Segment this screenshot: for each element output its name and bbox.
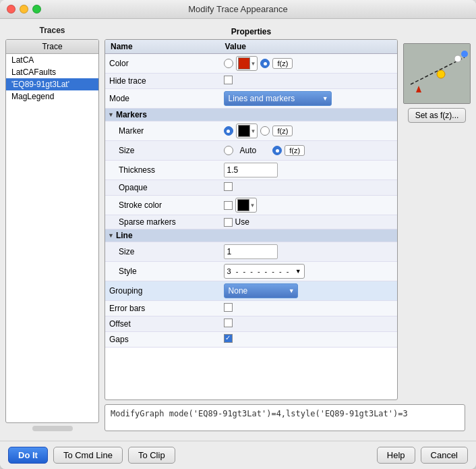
mode-select[interactable]: Lines and markers ▼	[224, 91, 332, 106]
grouping-arrow: ▼	[289, 287, 295, 294]
left-panel: Traces Trace LatCA LatCAFaults 'EQ89-91g…	[0, 19, 105, 441]
opaque-value-cell	[220, 180, 397, 196]
opaque-checkbox[interactable]	[224, 182, 233, 191]
markers-section-label: ▼ Markers	[105, 109, 397, 121]
sparse-markers-checkbox[interactable]	[224, 218, 233, 227]
marker-row: Marker ▼	[105, 121, 397, 141]
sparse-markers-label: Sparse markers	[105, 215, 220, 229]
stroke-color-swatch	[237, 199, 249, 211]
marker-fz-button[interactable]: f(z)	[272, 126, 293, 136]
markers-triangle-icon[interactable]: ▼	[108, 111, 114, 118]
cancel-button[interactable]: Cancel	[421, 447, 468, 464]
line-section-header: ▼ Line	[105, 229, 397, 242]
stroke-color-value-cell: ▼	[220, 196, 397, 215]
thickness-label: Thickness	[105, 161, 220, 180]
size-radio-auto[interactable]	[224, 146, 233, 155]
error-bars-value-cell	[220, 301, 397, 316]
gaps-row: Gaps	[105, 332, 397, 348]
style-row: Style 3 - - - - - - - - ▼	[105, 262, 397, 281]
preview-box	[403, 43, 471, 104]
stroke-color-picker[interactable]: ▼	[235, 198, 258, 213]
size-label: Size	[105, 141, 220, 161]
style-select[interactable]: 3 - - - - - - - - ▼	[224, 264, 305, 279]
marker-radio-on[interactable]	[224, 126, 233, 136]
preview-column: Set as f(z)...	[403, 24, 471, 400]
style-label: Style	[105, 262, 220, 281]
style-arrow: ▼	[295, 268, 301, 275]
line-size-input[interactable]	[224, 244, 278, 259]
line-triangle-icon[interactable]: ▼	[108, 232, 114, 239]
zoom-button[interactable]	[32, 5, 41, 13]
offset-value-cell	[220, 316, 397, 332]
bottom-bar: Do It To Cmd Line To Clip Help Cancel	[0, 441, 476, 469]
set-fz-button[interactable]: Set as f(z)...	[408, 108, 467, 123]
opaque-row: Opaque	[105, 180, 397, 196]
marker-dropdown-arrow: ▼	[251, 128, 256, 134]
hide-trace-checkbox[interactable]	[224, 76, 233, 84]
minimize-button[interactable]	[20, 5, 28, 13]
error-bars-checkbox[interactable]	[224, 303, 233, 312]
color-fz-button[interactable]: f(z)	[272, 58, 293, 69]
command-text-area[interactable]: ModifyGraph mode('EQ89-91gt3Lat')=4,lsty…	[105, 404, 465, 431]
color-picker-btn[interactable]: ▼	[236, 56, 258, 71]
properties-container: Properties Name Value	[105, 24, 398, 400]
trace-item-maglegend[interactable]: MagLegend	[6, 90, 98, 103]
size-auto-text: Auto	[240, 146, 257, 155]
marker-value-cell: ▼ f(z)	[220, 121, 397, 141]
size-fz-button[interactable]: f(z)	[285, 145, 305, 156]
line-size-value-cell	[220, 242, 397, 262]
color-dropdown-arrow: ▼	[251, 61, 256, 67]
trace-item-latca[interactable]: LatCA	[6, 54, 98, 66]
main-window: Modify Trace Appearance Traces Trace Lat…	[0, 0, 476, 469]
stroke-color-arrow: ▼	[250, 202, 256, 209]
size-row: Size Auto f(z)	[105, 141, 397, 161]
thickness-value-cell	[220, 161, 397, 180]
hide-trace-row: Hide trace	[105, 74, 397, 89]
marker-radio-off[interactable]	[260, 126, 270, 136]
grouping-label: Grouping	[105, 281, 220, 301]
trace-list-header: Trace	[6, 40, 98, 54]
scroll-indicator	[32, 426, 73, 431]
mode-select-value: Lines and markers	[229, 94, 295, 103]
stroke-color-row: Stroke color ▼	[105, 196, 397, 215]
col-value-header: Value	[220, 40, 397, 54]
size-auto-label: Auto	[236, 143, 270, 158]
size-radio-fz[interactable]	[272, 146, 282, 155]
color-row: Color ▼	[105, 54, 397, 74]
gaps-checkbox[interactable]	[224, 334, 233, 343]
stroke-color-label: Stroke color	[105, 196, 220, 215]
thickness-input[interactable]	[224, 163, 278, 177]
color-label: Color	[105, 54, 220, 74]
markers-section-header: ▼ Markers	[105, 109, 397, 121]
line-size-row: Size	[105, 242, 397, 262]
opaque-label: Opaque	[105, 180, 220, 196]
grouping-select[interactable]: None ▼	[224, 283, 298, 298]
traffic-lights	[7, 5, 41, 13]
trace-item-latcafaults[interactable]: LatCAFaults	[6, 66, 98, 78]
close-button[interactable]	[7, 5, 16, 13]
traces-title: Traces	[5, 26, 99, 35]
to-cmd-line-button[interactable]: To Cmd Line	[53, 447, 123, 464]
markers-label: Markers	[116, 110, 147, 119]
trace-item-eq89[interactable]: 'EQ89-91gt3Lat'	[6, 78, 98, 90]
thickness-row: Thickness	[105, 161, 397, 180]
hide-trace-value	[220, 74, 397, 89]
properties-title: Properties	[105, 24, 398, 39]
prop-table: Name Value Color	[105, 40, 397, 348]
main-content: Traces Trace LatCA LatCAFaults 'EQ89-91g…	[0, 19, 476, 441]
gaps-value-cell	[220, 332, 397, 348]
grouping-row: Grouping None ▼	[105, 281, 397, 301]
color-radio-off[interactable]	[224, 59, 233, 68]
sparse-markers-value-cell: Use	[220, 215, 397, 229]
marker-picker-btn[interactable]: ▼	[236, 123, 258, 138]
do-it-button[interactable]: Do It	[8, 447, 48, 464]
mode-row: Mode Lines and markers ▼	[105, 89, 397, 109]
color-value-cell: ▼ f(z)	[220, 54, 397, 74]
sparse-markers-row: Sparse markers Use	[105, 215, 397, 229]
stroke-color-checkbox[interactable]	[224, 201, 233, 210]
color-radio-on[interactable]	[260, 59, 270, 68]
help-button[interactable]: Help	[377, 447, 415, 464]
offset-checkbox[interactable]	[224, 319, 233, 327]
style-value-cell: 3 - - - - - - - - ▼	[220, 262, 397, 281]
to-clip-button[interactable]: To Clip	[128, 447, 175, 464]
